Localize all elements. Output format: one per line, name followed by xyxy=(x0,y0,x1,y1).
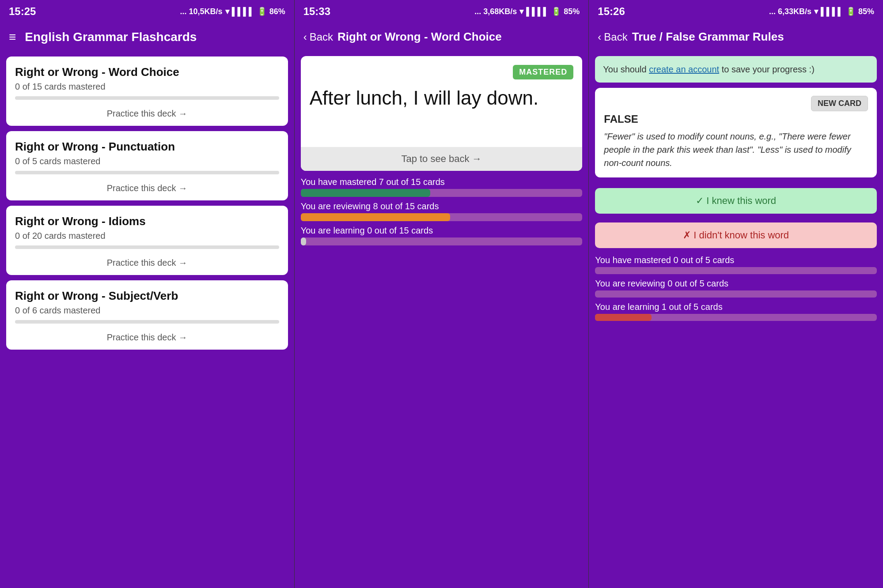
p3-progress-mastered: You have mastered 0 out of 5 cards xyxy=(595,255,877,274)
deck-practice-2[interactable]: Practice this deck → xyxy=(15,255,279,268)
back-label-3: Back xyxy=(604,31,627,43)
progress-label-reviewing: You are reviewing 8 out of 15 cards xyxy=(301,201,583,211)
deck-card-1: Right or Wrong - Punctuation 0 of 5 card… xyxy=(6,131,288,200)
deck-card-3: Right or Wrong - Subject/Verb 0 of 6 car… xyxy=(6,280,288,350)
status-bar-3: 15:26 ... 6,33KB/s ▾ ▌▌▌▌ 🔋 85% xyxy=(589,0,883,23)
deck-title-3: Right or Wrong - Subject/Verb xyxy=(15,289,279,303)
status-icons-1: ... 10,5KB/s ▾ ▌▌▌▌ 🔋 86% xyxy=(180,7,285,16)
deck-card-2: Right or Wrong - Idioms 0 of 20 cards ma… xyxy=(6,206,288,275)
wifi-icon-2: ▾ xyxy=(519,7,523,16)
deck-progress-bar-1 xyxy=(15,171,279,174)
progress-label-learning: You are learning 0 out of 15 cards xyxy=(301,226,583,236)
status-icons-3: ... 6,33KB/s ▾ ▌▌▌▌ 🔋 85% xyxy=(769,7,874,16)
panel-2: 15:33 ... 3,68KB/s ▾ ▌▌▌▌ 🔋 85% ‹ Back R… xyxy=(295,0,589,588)
time-1: 15:25 xyxy=(9,5,36,18)
deck-list: Right or Wrong - Word Choice 0 of 15 car… xyxy=(0,51,294,588)
back-label-2: Back xyxy=(310,31,333,43)
deck-progress-bar-0 xyxy=(15,96,279,100)
panel2-title: Right or Wrong - Word Choice xyxy=(337,30,502,44)
signal-icon-2: ▌▌▌▌ xyxy=(526,7,549,16)
p3-track-mastered xyxy=(595,267,877,274)
progress-item-mastered: You have mastered 7 out of 15 cards xyxy=(301,177,583,197)
p3-track-reviewing xyxy=(595,290,877,298)
wifi-icon-1: ▾ xyxy=(225,7,229,16)
flashcard-3: NEW CARD FALSE "Fewer" is used to modify… xyxy=(595,88,877,177)
signal-icon-1: ▌▌▌▌ xyxy=(232,7,254,16)
deck-progress-bar-3 xyxy=(15,320,279,324)
panel-3: 15:26 ... 6,33KB/s ▾ ▌▌▌▌ 🔋 85% ‹ Back T… xyxy=(589,0,883,588)
card-body-text: "Fewer" is used to modify count nouns, e… xyxy=(604,130,868,170)
p3-track-learning xyxy=(595,314,877,321)
battery-icon-1: 🔋 xyxy=(257,7,267,16)
tap-to-see-button[interactable]: Tap to see back → xyxy=(301,147,583,171)
network-1: ... 10,5KB/s xyxy=(180,7,223,16)
panel1-title: English Grammar Flashcards xyxy=(25,30,197,44)
account-banner-text-before: You should xyxy=(603,64,649,74)
didnt-know-button[interactable]: ✗ I didn't know this word xyxy=(595,222,877,248)
battery-1: 86% xyxy=(269,7,285,16)
deck-practice-1[interactable]: Practice this deck → xyxy=(15,181,279,193)
time-3: 15:26 xyxy=(598,5,625,18)
progress-label-mastered: You have mastered 7 out of 15 cards xyxy=(301,177,583,187)
signal-icon-3: ▌▌▌▌ xyxy=(821,7,843,16)
hamburger-icon[interactable]: ≡ xyxy=(9,30,16,44)
network-2: ... 3,68KB/s xyxy=(474,7,517,16)
panel3-header: ‹ Back True / False Grammar Rules xyxy=(589,23,883,51)
status-icons-2: ... 3,68KB/s ▾ ▌▌▌▌ 🔋 85% xyxy=(474,7,580,16)
p3-progress-label-learning: You are learning 1 out of 5 cards xyxy=(595,302,877,312)
new-card-button[interactable]: NEW CARD xyxy=(811,96,868,111)
battery-3: 85% xyxy=(858,7,874,16)
deck-card-0: Right or Wrong - Word Choice 0 of 15 car… xyxy=(6,57,288,126)
panel2-content: MASTERED After lunch, I will lay down. T… xyxy=(295,51,589,588)
account-banner: You should create an account to save you… xyxy=(595,56,877,83)
progress-section-2: You have mastered 7 out of 15 cards You … xyxy=(301,177,583,245)
status-bar-2: 15:33 ... 3,68KB/s ▾ ▌▌▌▌ 🔋 85% xyxy=(295,0,589,23)
deck-subtitle-0: 0 of 15 cards mastered xyxy=(15,82,279,92)
panel1-header: ≡ English Grammar Flashcards xyxy=(0,23,294,51)
progress-item-reviewing: You are reviewing 8 out of 15 cards xyxy=(301,201,583,221)
panel2-header: ‹ Back Right or Wrong - Word Choice xyxy=(295,23,589,51)
progress-track-learning xyxy=(301,237,583,245)
deck-title-1: Right or Wrong - Punctuation xyxy=(15,140,279,154)
create-account-link[interactable]: create an account xyxy=(649,64,719,74)
battery-icon-2: 🔋 xyxy=(551,7,561,16)
account-banner-text-after: to save your progress :) xyxy=(719,64,815,74)
status-bar-1: 15:25 ... 10,5KB/s ▾ ▌▌▌▌ 🔋 86% xyxy=(0,0,294,23)
battery-icon-3: 🔋 xyxy=(846,7,856,16)
mastered-badge: MASTERED xyxy=(513,65,573,79)
deck-practice-0[interactable]: Practice this deck → xyxy=(15,106,279,119)
chevron-left-icon-3: ‹ xyxy=(598,31,601,43)
network-3: ... 6,33KB/s xyxy=(769,7,811,16)
panel3-content: You should create an account to save you… xyxy=(589,51,883,588)
deck-progress-bar-2 xyxy=(15,245,279,249)
deck-practice-3[interactable]: Practice this deck → xyxy=(15,330,279,343)
progress-track-mastered xyxy=(301,189,583,197)
deck-subtitle-1: 0 of 5 cards mastered xyxy=(15,156,279,166)
knew-word-button[interactable]: ✓ I knew this word xyxy=(595,188,877,214)
back-button-2[interactable]: ‹ Back xyxy=(303,31,333,43)
chevron-left-icon-2: ‹ xyxy=(303,31,307,43)
deck-subtitle-3: 0 of 6 cards mastered xyxy=(15,305,279,316)
panel-1: 15:25 ... 10,5KB/s ▾ ▌▌▌▌ 🔋 86% ≡ Englis… xyxy=(0,0,295,588)
deck-title-2: Right or Wrong - Idioms xyxy=(15,215,279,228)
progress-item-learning: You are learning 0 out of 15 cards xyxy=(301,226,583,245)
wifi-icon-3: ▾ xyxy=(814,7,818,16)
p3-progress-section: You have mastered 0 out of 5 cards You a… xyxy=(595,255,877,321)
p3-progress-label-reviewing: You are reviewing 0 out of 5 cards xyxy=(595,279,877,289)
battery-2: 85% xyxy=(564,7,580,16)
p3-progress-label-mastered: You have mastered 0 out of 5 cards xyxy=(595,255,877,265)
deck-title-0: Right or Wrong - Word Choice xyxy=(15,65,279,79)
flashcard-text-2: After lunch, I will lay down. xyxy=(310,79,574,147)
deck-subtitle-2: 0 of 20 cards mastered xyxy=(15,231,279,241)
p3-progress-learning: You are learning 1 out of 5 cards xyxy=(595,302,877,321)
back-button-3[interactable]: ‹ Back xyxy=(598,31,627,43)
flashcard-2: MASTERED After lunch, I will lay down. T… xyxy=(301,56,583,171)
panel3-title: True / False Grammar Rules xyxy=(632,30,784,44)
progress-track-reviewing xyxy=(301,213,583,221)
p3-progress-reviewing: You are reviewing 0 out of 5 cards xyxy=(595,279,877,298)
false-label: FALSE xyxy=(604,111,868,125)
time-2: 15:33 xyxy=(303,5,330,18)
